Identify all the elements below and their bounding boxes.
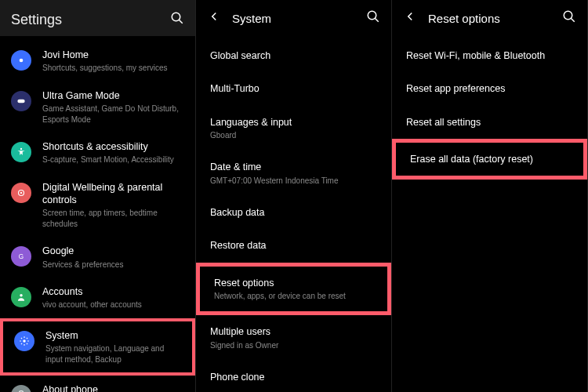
system-panel: System Global searchMulti-TurboLanguages…: [196, 0, 392, 392]
item-text: GoogleServices & preferences: [42, 245, 184, 270]
item-text: Jovi HomeShortcuts, suggestions, my serv…: [42, 49, 184, 74]
system-header: System: [196, 0, 391, 36]
settings-item-accounts[interactable]: Accountsvivo account, other accounts: [0, 278, 195, 318]
settings-item-google[interactable]: GGoogleServices & preferences: [0, 237, 195, 278]
item-text: Ultra Game ModeGame Assistant, Game Do N…: [42, 89, 184, 125]
item-label: Global search: [210, 49, 377, 62]
system-item-reset-options[interactable]: Reset optionsNetwork, apps, or device ca…: [196, 263, 391, 316]
item-label: Restore data: [210, 239, 377, 252]
item-subtitle: Shortcuts, suggestions, my services: [42, 63, 184, 74]
reset-options-panel: Reset options Reset Wi-Fi, mobile & Blue…: [392, 0, 588, 392]
item-label: Jovi Home: [42, 49, 184, 61]
item-subtitle: GMT+07:00 Western Indonesia Time: [210, 176, 377, 187]
item-label: System: [45, 329, 181, 342]
item-subtitle: Screen time, app timers, bedtime schedul…: [42, 208, 184, 229]
accounts-icon: [11, 287, 31, 307]
item-subtitle: S-capture, Smart Motion, Accessibility: [42, 154, 184, 165]
svg-point-9: [23, 339, 26, 343]
svg-point-4: [20, 148, 22, 150]
system-item-restore-data[interactable]: Restore data: [196, 229, 391, 262]
item-subtitle: Services & preferences: [42, 260, 184, 270]
system-item-global-search[interactable]: Global search: [196, 39, 391, 72]
svg-point-0: [172, 13, 180, 21]
page-title: Settings: [11, 12, 62, 28]
settings-panel: Settings Jovi HomeShortcuts, suggestions…: [0, 0, 196, 392]
item-text: Shortcuts & accessibilityS-capture, Smar…: [42, 140, 184, 165]
item-label: Reset all settings: [406, 116, 573, 129]
system-icon: [14, 331, 34, 351]
svg-point-8: [20, 294, 23, 297]
item-label: Google: [42, 245, 184, 257]
system-item-backup-data[interactable]: Backup data: [196, 196, 391, 229]
item-label: Ultra Game Mode: [42, 89, 184, 102]
reset-options-header: Reset options: [392, 0, 587, 36]
svg-point-2: [20, 59, 24, 63]
item-label: Languages & input: [210, 116, 377, 129]
item-label: Accounts: [42, 285, 184, 298]
settings-header: Settings: [0, 0, 195, 36]
svg-point-6: [20, 192, 22, 194]
item-label: Reset Wi-Fi, mobile & Bluetooth: [406, 49, 573, 62]
search-icon[interactable]: [366, 9, 380, 27]
system-item-multi-turbo[interactable]: Multi-Turbo: [196, 72, 391, 105]
settings-item-system[interactable]: SystemSystem navigation, Language and in…: [0, 318, 195, 376]
settings-item-shortcuts-accessibility[interactable]: Shortcuts & accessibilityS-capture, Smar…: [0, 132, 195, 173]
system-item-phone-clone[interactable]: Phone clone: [196, 361, 391, 392]
system-item-languages-input[interactable]: Languages & inputGboard: [196, 106, 391, 151]
item-text: About phonevivo V21 5G: [42, 383, 184, 392]
item-label: Erase all data (factory reset): [410, 153, 569, 165]
about-icon: [11, 385, 31, 392]
item-label: Multiple users: [210, 325, 377, 338]
settings-list: Jovi HomeShortcuts, suggestions, my serv…: [0, 36, 195, 392]
reset-item-reset-all-settings[interactable]: Reset all settings: [392, 106, 587, 139]
system-item-multiple-users[interactable]: Multiple usersSigned in as Owner: [196, 315, 391, 361]
back-icon[interactable]: [403, 9, 417, 27]
item-label: Backup data: [210, 206, 377, 219]
item-label: Reset app preferences: [406, 82, 573, 95]
item-text: Digital Wellbeing & parental controlsScr…: [42, 181, 184, 230]
jovi-icon: [11, 50, 31, 71]
item-text: Accountsvivo account, other accounts: [42, 285, 184, 310]
item-subtitle: vivo account, other accounts: [42, 299, 184, 310]
reset-item-reset-wi-fi-mobile-bluetooth[interactable]: Reset Wi-Fi, mobile & Bluetooth: [392, 39, 587, 72]
svg-text:G: G: [19, 253, 24, 260]
item-subtitle: System navigation, Language and input me…: [45, 343, 181, 365]
svg-line-13: [375, 18, 379, 22]
google-icon: G: [11, 246, 31, 267]
accessibility-icon: [11, 142, 31, 162]
item-subtitle: Game Assistant, Game Do Not Disturb, Esp…: [42, 103, 184, 125]
game-icon: [11, 91, 31, 111]
page-title: Reset options: [428, 12, 551, 25]
item-subtitle: Network, apps, or device can be reset: [214, 291, 373, 302]
reset-item-erase-all-data-factory-reset[interactable]: Erase all data (factory reset): [392, 139, 587, 180]
svg-rect-3: [17, 99, 24, 103]
page-title: System: [232, 12, 355, 25]
settings-item-about-phone[interactable]: About phonevivo V21 5G: [0, 376, 195, 392]
back-icon[interactable]: [207, 9, 221, 27]
svg-point-14: [564, 11, 572, 20]
item-subtitle: Gboard: [210, 130, 377, 141]
system-list: Global searchMulti-TurboLanguages & inpu…: [196, 36, 391, 392]
svg-line-1: [179, 20, 183, 24]
settings-item-ultra-game-mode[interactable]: Ultra Game ModeGame Assistant, Game Do N…: [0, 82, 195, 132]
item-subtitle: Signed in as Owner: [210, 340, 377, 351]
settings-item-jovi-home[interactable]: Jovi HomeShortcuts, suggestions, my serv…: [0, 41, 195, 82]
settings-item-digital-wellbeing-parental-controls[interactable]: Digital Wellbeing & parental controlsScr…: [0, 173, 195, 238]
system-item-date-time[interactable]: Date & timeGMT+07:00 Western Indonesia T…: [196, 151, 391, 196]
item-label: About phone: [42, 383, 184, 392]
reset-item-reset-app-preferences[interactable]: Reset app preferences: [392, 72, 587, 105]
search-icon[interactable]: [562, 9, 576, 27]
item-label: Phone clone: [210, 371, 377, 383]
item-label: Date & time: [210, 161, 377, 173]
item-text: SystemSystem navigation, Language and in…: [45, 329, 181, 365]
item-label: Reset options: [214, 277, 373, 289]
svg-point-12: [368, 11, 376, 20]
item-label: Digital Wellbeing & parental controls: [42, 181, 184, 207]
item-label: Multi-Turbo: [210, 82, 377, 95]
reset-options-list: Reset Wi-Fi, mobile & BluetoothReset app…: [392, 36, 587, 183]
wellbeing-icon: [11, 183, 31, 203]
svg-line-15: [571, 18, 575, 22]
search-icon[interactable]: [170, 11, 184, 28]
item-label: Shortcuts & accessibility: [42, 140, 184, 153]
